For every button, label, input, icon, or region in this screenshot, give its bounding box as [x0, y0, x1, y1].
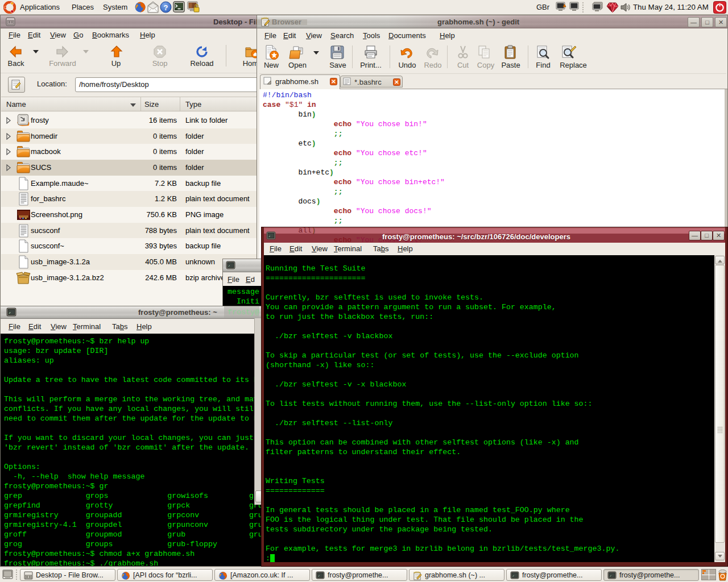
svg-text:?: ?: [164, 3, 168, 12]
